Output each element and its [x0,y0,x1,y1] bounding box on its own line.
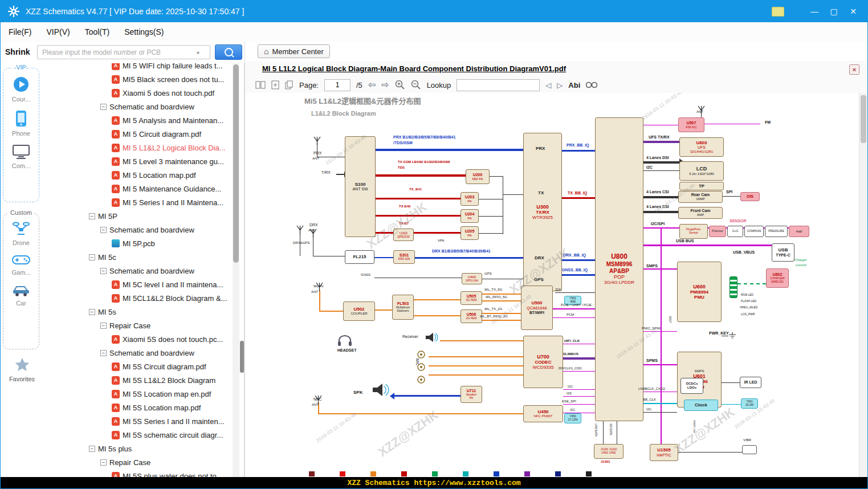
prev-page-icon[interactable]: ⇦ [368,80,376,89]
diagram-label: TX_BB_IQ [568,191,587,195]
rail-item-game[interactable]: Gam... [3,254,39,276]
tree-item[interactable]: −Schematic and boardview [43,223,244,237]
rail-item-phone[interactable]: Phone [3,110,39,137]
tree-item[interactable]: MI 5P.pcb [43,237,244,250]
rail-item-drone[interactable]: Drone [3,221,39,246]
tree-item[interactable]: AMI 5S Location map en.pdf [43,387,244,401]
menu-item-filef[interactable]: File(F) [9,27,31,36]
tree-item[interactable]: AMI 5 Analysis and Maintenan... [43,113,244,127]
pdf-scrollbar[interactable] [859,93,867,477]
text-select-tool[interactable]: Abi [568,81,580,89]
collapse-icon[interactable]: − [89,446,95,452]
shrink-button[interactable]: Shrink [5,47,30,56]
chevron-down-icon[interactable]: ▾ [197,50,199,56]
two-page-view-icon[interactable] [255,80,266,89]
member-center-button[interactable]: ⌂ Member Center [258,44,330,58]
collapse-icon[interactable]: − [100,323,107,329]
collapse-icon[interactable]: − [100,459,107,466]
rail-item-car[interactable]: Car [3,283,39,307]
binoculars-icon[interactable] [586,81,597,89]
collapse-icon[interactable]: − [100,350,107,356]
document-tab[interactable]: MI 5 L1L2 Logical Block Diagram-Main Boa… [262,64,566,73]
tree-item[interactable]: −MI 5s plus [43,442,244,455]
diagram-label: TX [538,191,544,196]
pdf-file-icon: A [112,431,120,439]
tree-scrollbar-thumb-secondary[interactable] [240,341,244,373]
find-prev-icon[interactable]: ◁ [545,82,551,89]
diagram-block-fingerprint-: FingerPrint-Sensor [679,224,708,239]
zoom-out-icon[interactable] [411,80,421,90]
tree-item[interactable]: AMI 5 Level 3 maintenance gu... [43,154,244,168]
tree-scrollbar-thumb[interactable] [233,64,239,263]
pdf-file-icon: A [112,404,120,412]
tree-item[interactable]: −Schematic and boardview [43,100,244,113]
close-document-icon[interactable]: ✕ [849,64,859,75]
watermark: 2019-03-11 10:43:40 [315,411,358,443]
tree-item[interactable]: AMI 5S plus water does not to... [43,469,244,477]
pdf-scrollbar-thumb[interactable] [861,95,866,143]
next-page-icon[interactable]: ⇨ [381,80,389,89]
favorites-button[interactable]: Favorites [1,357,43,382]
wire [661,227,662,444]
lookup-input[interactable] [457,79,540,91]
tree-item[interactable]: AMI 5 L1&L2 Logical Block Dia... [43,141,244,154]
close-button[interactable]: ✕ [843,3,863,20]
tree-item[interactable]: AMI 5S L1&L2 Block Diagram [43,373,244,387]
tree-item[interactable]: AMI 5S Circuit diagram.pdf [43,360,244,373]
menu-item-vipv[interactable]: VIP(V) [46,27,70,36]
collapse-icon[interactable]: − [89,309,95,315]
tree-item[interactable]: AMI 5C level I and II maintena... [43,278,244,291]
tree-item[interactable]: AMI 5 Series I and II Maintena... [43,195,244,209]
menu-item-settingss[interactable]: Settings(S) [124,27,164,36]
tree-item-label: MI 5c [98,253,116,262]
block-label: Front Cam [691,209,711,213]
tree-item[interactable]: AMI 5S Series I and II mainten... [43,414,244,428]
tree-item[interactable]: AXiaomi 5 does not touch.pdf [43,86,244,100]
tree-item[interactable]: AMI 5 WIFI chip failure leads t... [43,63,244,72]
tree-item[interactable]: AMI 5S schematic circuit diagr... [43,428,244,442]
fit-page-icon[interactable] [271,80,279,89]
rail-item-course[interactable]: Cour... [3,76,39,103]
tree-item[interactable]: AMI 5S Location map.pdf [43,401,244,414]
tree-item[interactable]: −Repair Case [43,455,244,469]
collapse-icon[interactable]: − [100,104,107,110]
tree-item[interactable]: AXiaomi 5S does not touch.pc... [43,332,244,346]
collapse-icon[interactable]: − [89,213,95,219]
maximize-button[interactable]: ▢ [824,3,843,20]
diagram-block-y601: Y60119.2M [741,398,758,409]
collapse-icon[interactable]: − [100,227,107,233]
copy-page-icon[interactable] [285,80,294,89]
tree-item[interactable]: −MI 5s [43,305,244,319]
tree-item[interactable]: AMI 5CL1&L2 Block Diagram &... [43,291,244,305]
vip-card-icon[interactable] [772,7,784,17]
find-next-icon[interactable]: ▷ [557,82,563,89]
block-label: UIM1 UIM2 [601,451,616,455]
tree-item[interactable]: −MI 5P [43,209,244,223]
tree-item[interactable]: AMI 5 Location map.pdf [43,168,244,182]
diagram-block-pressure: PRESSURE [765,226,788,237]
collapse-icon[interactable]: − [89,254,95,260]
tree-item[interactable]: −Schematic and boardview [43,346,244,360]
rail-item-label: Phone [3,130,39,137]
rail-item-computer[interactable]: Com... [3,144,39,169]
tree-item[interactable]: −Schematic and boardview [43,264,244,278]
tree-item[interactable]: AMI 5 Maintenance Guidance... [43,182,244,195]
zoom-in-icon[interactable] [395,80,405,90]
watermark: XZZ@XZHK [376,408,442,460]
minimize-button[interactable]: — [805,3,824,20]
search-button[interactable] [215,44,242,60]
watermark: XZZ@XZHK [672,405,738,457]
model-search-input[interactable] [37,45,210,59]
tree-item[interactable]: AMI5 Black screen does not tu... [43,72,244,86]
tree-item[interactable]: −Repair Case [43,319,244,332]
collapse-icon[interactable]: − [100,268,107,274]
tree-item[interactable]: −MI 5c [43,250,244,264]
page-number-input[interactable] [324,79,351,91]
menu-item-toolt[interactable]: Tool(T) [85,27,110,36]
tree-scrollbar[interactable] [233,63,239,477]
rail-item-label: Gam... [3,269,39,276]
tree-item[interactable]: AMI 5 Circuit diagram.pdf [43,127,244,141]
diagram-label: I2S [567,392,572,396]
wire [563,357,595,360]
diagram-label: ANT [312,157,319,161]
